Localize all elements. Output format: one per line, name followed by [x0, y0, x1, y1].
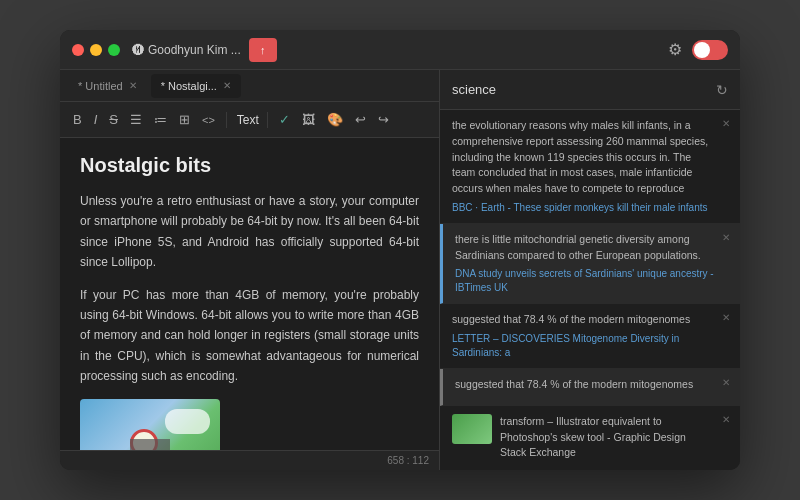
- maximize-button[interactable]: [108, 44, 120, 56]
- tab-close-untitled[interactable]: ✕: [129, 80, 137, 91]
- check-button[interactable]: ✓: [276, 110, 293, 129]
- side-item-5-close[interactable]: ✕: [722, 414, 730, 425]
- settings-icon[interactable]: ⚙: [668, 40, 682, 59]
- tab-bar: * Untitled ✕ * Nostalgi... ✕: [60, 70, 439, 102]
- toggle-knob: [694, 42, 710, 58]
- side-item-3-source[interactable]: LETTER – DISCOVERIES Mitogenome Diversit…: [452, 332, 728, 360]
- ul-button[interactable]: ☰: [127, 110, 145, 129]
- side-panel-header: science ↻: [440, 70, 740, 110]
- doc-para-2: If your PC has more than 4GB of memory, …: [80, 285, 419, 387]
- doc-body: Unless you're a retro enthusiast or have…: [80, 191, 419, 450]
- redo-button[interactable]: ↪: [375, 110, 392, 129]
- strikethrough-button[interactable]: S: [106, 110, 121, 129]
- side-item-1-close[interactable]: ✕: [722, 118, 730, 129]
- separator2: [267, 112, 268, 128]
- tab-close-nostalgi[interactable]: ✕: [223, 80, 231, 91]
- side-item-5-text: transform – Illustrator equivalent to Ph…: [500, 414, 728, 461]
- title-actions: ⚙: [668, 40, 728, 60]
- side-items-list: ✕ the evolutionary reasons why males kil…: [440, 110, 740, 470]
- doc-para-1: Unless you're a retro enthusiast or have…: [80, 191, 419, 273]
- user-label: 🅜 Goodhyun Kim ...: [132, 43, 241, 57]
- title-bar: 🅜 Goodhyun Kim ... ↑ ⚙: [60, 30, 740, 70]
- side-item-3-text: suggested that 78.4 % of the modern mito…: [452, 312, 728, 328]
- tab-untitled[interactable]: * Untitled ✕: [68, 74, 147, 98]
- side-item-4: ✕ suggested that 78.4 % of the modern mi…: [440, 369, 740, 406]
- toolbar: B I S ☰ ≔ ⊞ <> Text ✓ 🖼 🎨 ↩ ↪: [60, 102, 439, 138]
- side-panel-title: science: [452, 82, 496, 97]
- paint-button[interactable]: 🎨: [324, 110, 346, 129]
- close-button[interactable]: [72, 44, 84, 56]
- side-item-4-close[interactable]: ✕: [722, 377, 730, 388]
- side-item-5-text-container: transform – Illustrator equivalent to Ph…: [500, 414, 728, 465]
- side-item-2-source[interactable]: DNA study unveils secrets of Sardinians'…: [455, 267, 728, 295]
- upload-button[interactable]: ↑: [249, 38, 277, 62]
- toggle-switch[interactable]: [692, 40, 728, 60]
- side-item-2-text: there is little mitochondrial genetic di…: [455, 232, 728, 264]
- side-item-1-text: the evolutionary reasons why males kill …: [452, 118, 728, 197]
- traffic-lights: [72, 44, 120, 56]
- separator: [226, 112, 227, 128]
- editor-pane: * Untitled ✕ * Nostalgi... ✕ B I S ☰ ≔ ⊞…: [60, 70, 440, 470]
- side-item-2-close[interactable]: ✕: [722, 232, 730, 243]
- refresh-icon[interactable]: ↻: [716, 82, 728, 98]
- bold-button[interactable]: B: [70, 110, 85, 129]
- side-item-2: ✕ there is little mitochondrial genetic …: [440, 224, 740, 305]
- side-panel: science ↻ ✕ the evolutionary reasons why…: [440, 70, 740, 470]
- cloud-shape: [165, 409, 210, 434]
- doc-image: [80, 399, 220, 450]
- code-button[interactable]: <>: [199, 112, 218, 128]
- minimize-button[interactable]: [90, 44, 102, 56]
- undo-button[interactable]: ↩: [352, 110, 369, 129]
- side-item-1: ✕ the evolutionary reasons why males kil…: [440, 110, 740, 224]
- tab-nostalgi[interactable]: * Nostalgi... ✕: [151, 74, 241, 98]
- cursor-position: 658 : 112: [387, 455, 429, 466]
- indent-button[interactable]: ⊞: [176, 110, 193, 129]
- side-item-5-thumbnail: [452, 414, 492, 444]
- road-shape: [130, 439, 170, 450]
- ol-button[interactable]: ≔: [151, 110, 170, 129]
- editor-content[interactable]: Nostalgic bits Unless you're a retro ent…: [60, 138, 439, 450]
- content-area: * Untitled ✕ * Nostalgi... ✕ B I S ☰ ≔ ⊞…: [60, 70, 740, 470]
- text-label: Text: [237, 113, 259, 127]
- side-item-4-text: suggested that 78.4 % of the modern mito…: [455, 377, 728, 393]
- side-item-1-source[interactable]: BBC · Earth - These spider monkeys kill …: [452, 201, 728, 215]
- image-button[interactable]: 🖼: [299, 110, 318, 129]
- side-item-5-thumb-container: transform – Illustrator equivalent to Ph…: [452, 414, 728, 465]
- app-window: 🅜 Goodhyun Kim ... ↑ ⚙ * Untitled ✕ * No…: [60, 30, 740, 470]
- user-icon: 🅜: [132, 43, 144, 57]
- side-item-3: ✕ suggested that 78.4 % of the modern mi…: [440, 304, 740, 369]
- doc-title: Nostalgic bits: [80, 154, 419, 177]
- status-bar: 658 : 112: [60, 450, 439, 470]
- italic-button[interactable]: I: [91, 110, 101, 129]
- side-item-3-close[interactable]: ✕: [722, 312, 730, 323]
- side-item-5: ✕ transform – Illustrator equivalent to …: [440, 406, 740, 470]
